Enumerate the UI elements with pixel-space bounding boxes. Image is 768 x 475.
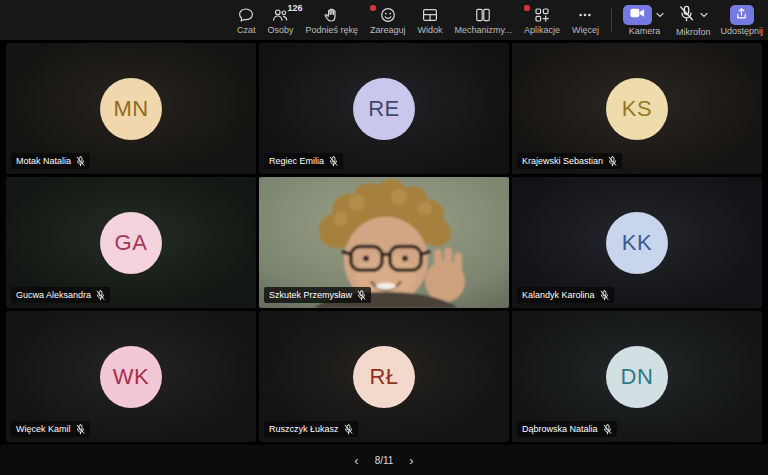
pagination-bar: ‹ 8/11 ›: [0, 445, 768, 475]
participant-tile[interactable]: WK Więcek Kamil: [6, 311, 256, 442]
raise-hand-icon: [323, 6, 341, 24]
mic-label: Mikrofon: [676, 28, 711, 37]
participant-name: Więcek Kamil: [16, 424, 71, 435]
avatar: KS: [606, 78, 668, 140]
camera-label: Kamera: [629, 27, 661, 36]
chat-button[interactable]: Czat: [231, 0, 262, 40]
page-indicator: 8/11: [375, 455, 394, 466]
mic-muted-icon: [677, 4, 696, 26]
mic-muted-badge-icon: [96, 290, 105, 301]
meeting-toolbar: Czat 126 Osoby Podnieś rękę Zareaguj Wid…: [0, 0, 768, 40]
name-tag: Krajewski Sebastian: [517, 153, 622, 169]
view-label: Widok: [418, 26, 443, 35]
mic-chevron-icon[interactable]: [698, 10, 710, 20]
mic-muted-badge-icon: [608, 156, 617, 167]
avatar: RE: [353, 78, 415, 140]
participant-name: Regiec Emilia: [269, 156, 324, 167]
share-label: Udostępnij: [720, 27, 763, 36]
name-tag: Kalandyk Karolina: [517, 287, 614, 303]
mic-muted-badge-icon: [329, 156, 338, 167]
mic-muted-button[interactable]: [677, 4, 696, 26]
participant-tile[interactable]: RE Regiec Emilia: [259, 43, 509, 174]
pagination-next-button[interactable]: ›: [405, 452, 417, 469]
more-label: Więcej: [572, 26, 599, 35]
share-control: Udostępnij: [715, 0, 768, 42]
name-tag: Regiec Emilia: [264, 153, 343, 169]
camera-button[interactable]: [623, 5, 652, 25]
avatar: GA: [100, 212, 162, 274]
name-tag: Motak Natalia: [11, 153, 90, 169]
chat-label: Czat: [237, 26, 256, 35]
avatar: KK: [606, 212, 668, 274]
apps-icon: [533, 6, 551, 24]
share-button[interactable]: [730, 5, 754, 25]
participant-name: Dąbrowska Natalia: [522, 424, 598, 435]
participant-name: Szkutek Przemysław: [269, 290, 352, 301]
participant-tile-video[interactable]: Szkutek Przemysław: [259, 177, 509, 308]
chat-icon: [237, 6, 255, 24]
notification-dot: [370, 5, 376, 11]
view-button[interactable]: Widok: [412, 0, 449, 40]
participant-tile[interactable]: RŁ Ruszczyk Łukasz: [259, 311, 509, 442]
participant-tile[interactable]: GA Gucwa Aleksandra: [6, 177, 256, 308]
mic-muted-badge-icon: [76, 156, 85, 167]
chevron-right-icon: ›: [409, 453, 413, 468]
mic-muted-badge-icon: [603, 424, 612, 435]
name-tag: Dąbrowska Natalia: [517, 421, 617, 437]
avatar: MN: [100, 78, 162, 140]
participant-name: Motak Natalia: [16, 156, 71, 167]
camera-icon: [629, 6, 646, 23]
mic-muted-badge-icon: [600, 290, 609, 301]
share-screen-icon: [734, 6, 749, 24]
camera-chevron-icon[interactable]: [654, 10, 666, 20]
people-button[interactable]: 126 Osoby: [261, 0, 299, 40]
people-label: Osoby: [267, 26, 293, 35]
view-icon: [421, 6, 439, 24]
participant-name: Kalandyk Karolina: [522, 290, 595, 301]
mechanisms-button[interactable]: Mechanizmy...: [449, 0, 518, 40]
notification-dot: [524, 5, 530, 11]
mic-muted-badge-icon: [76, 424, 85, 435]
mechanisms-icon: [474, 6, 492, 24]
react-icon: [379, 6, 397, 24]
video-grid: MN Motak Natalia RE Regiec Emilia KS Kra…: [0, 40, 768, 445]
chevron-left-icon: ‹: [354, 453, 358, 468]
avatar: WK: [100, 346, 162, 408]
participant-name: Gucwa Aleksandra: [16, 290, 91, 301]
raise-hand-label: Podnieś rękę: [305, 26, 358, 35]
react-label: Zareaguj: [370, 26, 406, 35]
participant-tile[interactable]: DN Dąbrowska Natalia: [512, 311, 762, 442]
toolbar-separator: [611, 8, 612, 32]
mic-muted-badge-icon: [344, 424, 353, 435]
apps-label: Aplikacje: [524, 26, 560, 35]
name-tag: Więcek Kamil: [11, 421, 90, 437]
camera-control: Kamera: [618, 0, 671, 42]
more-button[interactable]: Więcej: [566, 0, 605, 40]
react-button[interactable]: Zareaguj: [364, 0, 412, 40]
name-tag: Gucwa Aleksandra: [11, 287, 110, 303]
participant-tile[interactable]: KS Krajewski Sebastian: [512, 43, 762, 174]
more-icon: [576, 6, 594, 24]
participant-tile[interactable]: MN Motak Natalia: [6, 43, 256, 174]
name-tag: Szkutek Przemysław: [264, 287, 371, 303]
mic-control: Mikrofon: [671, 0, 716, 42]
raise-hand-button[interactable]: Podnieś rękę: [299, 0, 364, 40]
mechanisms-label: Mechanizmy...: [455, 26, 512, 35]
name-tag: Ruszczyk Łukasz: [264, 421, 358, 437]
avatar: DN: [606, 346, 668, 408]
participant-tile[interactable]: KK Kalandyk Karolina: [512, 177, 762, 308]
avatar: RŁ: [353, 346, 415, 408]
participant-name: Krajewski Sebastian: [522, 156, 603, 167]
apps-button[interactable]: Aplikacje: [518, 0, 566, 40]
participant-name: Ruszczyk Łukasz: [269, 424, 339, 435]
pagination-prev-button[interactable]: ‹: [350, 452, 362, 469]
mic-muted-badge-icon: [357, 290, 366, 301]
